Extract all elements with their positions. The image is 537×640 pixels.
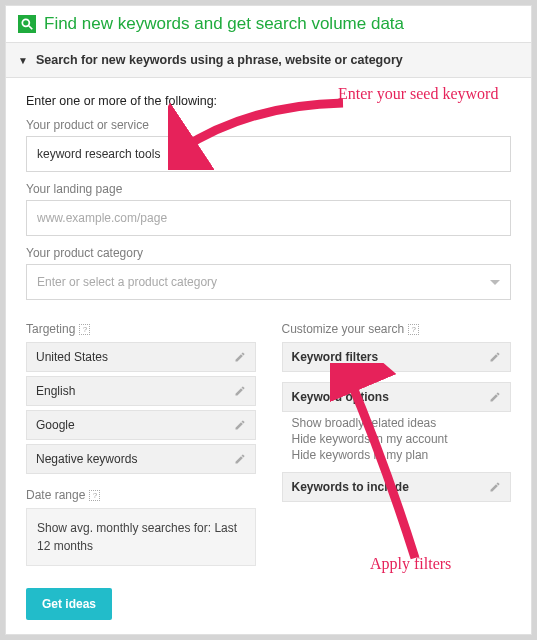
pencil-icon	[234, 385, 246, 397]
customize-column: Customize your search ? Keyword filters …	[282, 322, 512, 566]
svg-point-0	[22, 19, 29, 26]
get-ideas-button[interactable]: Get ideas	[26, 588, 112, 620]
help-icon[interactable]: ?	[79, 324, 90, 335]
intro-text: Enter one or more of the following:	[26, 94, 511, 108]
search-icon	[18, 15, 36, 33]
category-select[interactable]: Enter or select a product category	[26, 264, 511, 300]
keyword-options[interactable]: Keyword options	[282, 382, 512, 412]
svg-line-1	[29, 26, 33, 30]
daterange-box[interactable]: Show avg. monthly searches for: Last 12 …	[26, 508, 256, 566]
targeting-location[interactable]: United States	[26, 342, 256, 372]
targeting-network[interactable]: Google	[26, 410, 256, 440]
pencil-icon	[234, 351, 246, 363]
form-body: Enter one or more of the following: Your…	[6, 78, 531, 636]
product-label: Your product or service	[26, 118, 511, 132]
category-label: Your product category	[26, 246, 511, 260]
help-icon[interactable]: ?	[408, 324, 419, 335]
category-placeholder: Enter or select a product category	[37, 275, 217, 289]
keyword-filters[interactable]: Keyword filters	[282, 342, 512, 372]
targeting-negative[interactable]: Negative keywords	[26, 444, 256, 474]
keyword-options-list: Show broadly related ideas Hide keywords…	[282, 412, 512, 472]
pencil-icon	[489, 481, 501, 493]
targeting-language[interactable]: English	[26, 376, 256, 406]
accordion-label: Search for new keywords using a phrase, …	[36, 53, 403, 67]
targeting-title: Targeting ?	[26, 322, 256, 336]
chevron-down-icon: ▼	[18, 55, 28, 66]
pencil-icon	[489, 351, 501, 363]
landing-input[interactable]	[26, 200, 511, 236]
targeting-column: Targeting ? United States English Google…	[26, 322, 256, 566]
accordion-header[interactable]: ▼ Search for new keywords using a phrase…	[6, 43, 531, 78]
keywords-to-include[interactable]: Keywords to include	[282, 472, 512, 502]
pencil-icon	[234, 453, 246, 465]
keyword-planner-card: Find new keywords and get search volume …	[5, 5, 532, 635]
product-input[interactable]	[26, 136, 511, 172]
landing-label: Your landing page	[26, 182, 511, 196]
page-title: Find new keywords and get search volume …	[44, 14, 404, 34]
daterange-title: Date range ?	[26, 488, 256, 502]
customize-title: Customize your search ?	[282, 322, 512, 336]
pencil-icon	[489, 391, 501, 403]
pencil-icon	[234, 419, 246, 431]
header: Find new keywords and get search volume …	[6, 6, 531, 43]
chevron-down-icon	[490, 280, 500, 285]
help-icon[interactable]: ?	[89, 490, 100, 501]
